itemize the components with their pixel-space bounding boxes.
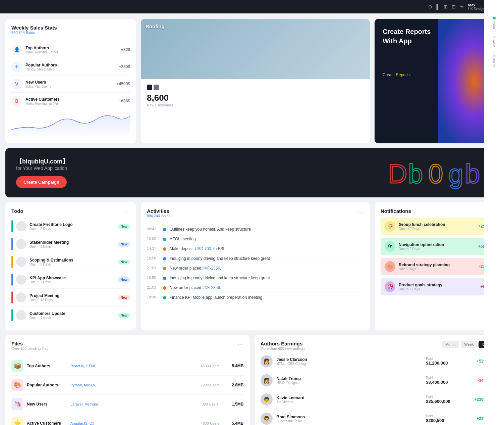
- list-item: Stakeholder Meeting Due In 3 Days New: [11, 235, 130, 253]
- search-icon[interactable]: ⊙: [428, 4, 432, 9]
- files-more-btn[interactable]: ⋯: [238, 341, 244, 348]
- item-name: Top Authors: [25, 46, 121, 50]
- signal-icon[interactable]: ▌: [436, 4, 440, 9]
- file-name: Popular Authors: [27, 383, 67, 387]
- item-info: Popular Authors Randy, Steve, Mike: [25, 63, 119, 71]
- list-item: 👩 Natali Trump UI/UX Designer Paid $3,40…: [261, 371, 493, 390]
- earn-info: Natali Trump UI/UX Designer: [277, 376, 422, 385]
- act-link[interactable]: USD 700: [195, 246, 211, 251]
- act-text: Indulging in poorly driving and keep str…: [170, 256, 364, 261]
- file-size: 5.4MB: [227, 421, 244, 425]
- act-time: 10:30: [147, 295, 160, 299]
- item-icon: V: [11, 79, 22, 89]
- activities-card: Activities 890,344 Sales ⋯ 08:42 Outline…: [141, 202, 370, 330]
- earn-info: Brad Simmons Successful Fellas: [277, 415, 422, 423]
- item-sub: Randy, Steve, Mike: [25, 67, 119, 71]
- sidebar-item-buyn[interactable]: Buy N: [493, 54, 496, 67]
- todo-bar: [11, 256, 13, 268]
- todo-info: Create FireStone Logo Due In 2 Days: [30, 222, 114, 231]
- weekly-sales-card: Weekly Sales Stats 890,344 Sales ⋯ 👤 Top…: [5, 19, 136, 143]
- earn-avatar: 👩: [261, 355, 273, 367]
- todo-due: Due In 1 week: [30, 316, 114, 320]
- brightness-icon[interactable]: ☀: [460, 4, 464, 9]
- file-icon: ⭐: [11, 417, 23, 425]
- file-name: Active Customers: [27, 421, 67, 425]
- weekly-more-btn[interactable]: ⋯: [124, 25, 130, 32]
- item-icon: ✈: [11, 61, 22, 72]
- banner-card: 【biqubiqU.com】 for Your Web Application …: [5, 148, 499, 197]
- square-icon: [147, 85, 152, 90]
- svg-text:D: D: [388, 159, 407, 189]
- grid-icon[interactable]: ⊡: [452, 4, 456, 9]
- list-item: Project Meeting Due In 12 Days New: [11, 289, 130, 306]
- act-time: 10:00: [147, 237, 160, 241]
- file-tags: ReactJs, HTML: [70, 364, 193, 368]
- reports-card: Create Reports With App Create Report ›: [375, 19, 499, 143]
- todo-bar: [11, 220, 13, 232]
- todo-info: Customers Update Due In 1 week: [30, 311, 114, 320]
- customers-icons: [147, 85, 364, 90]
- sidebar-item-geth[interactable]: Get H: [493, 36, 496, 48]
- todo-info: KPI App Showcase Due In 2 Days: [30, 276, 114, 284]
- todo-more-btn[interactable]: ⋯: [124, 208, 130, 216]
- earn-label: Paid: [426, 376, 466, 380]
- todo-name: Create FireStone Logo: [30, 222, 114, 227]
- tab-month[interactable]: Month: [442, 341, 459, 348]
- list-item: 21:03 New order placed #XF-2356.: [147, 264, 364, 273]
- weekly-chart: [11, 109, 130, 136]
- act-link[interactable]: #XF-2356: [202, 285, 220, 290]
- earn-role: Successful Fellas: [277, 419, 422, 423]
- apps-icon[interactable]: ⊞: [444, 4, 448, 9]
- list-item: 08:42 Outlines keep you honest. And keep…: [147, 225, 364, 234]
- list-item: B Active Customers Mark, Rowling, Esther…: [11, 93, 130, 109]
- item-icon: 👤: [11, 44, 22, 55]
- file-users: 7200 Users: [197, 383, 224, 387]
- tab-week[interactable]: Week: [461, 341, 478, 348]
- earn-amount: $1,200,000: [426, 361, 466, 366]
- top-row: Weekly Sales Stats 890,344 Sales ⋯ 👤 Top…: [5, 19, 499, 143]
- notif-icon: 🎨: [385, 261, 395, 272]
- list-item: Create FireStone Logo Due In 2 Days New: [11, 218, 130, 235]
- earn-paid: Paid $35,600,000: [426, 395, 466, 404]
- earnings-sub: More than 400 new authors: [261, 346, 305, 350]
- dot-icon: [163, 277, 166, 280]
- item-sub: Mark, Rowling, Esther: [25, 50, 121, 54]
- notif-info: Product goals strategy Due In 7 Days: [399, 283, 477, 291]
- notifications-title: Notifications: [381, 208, 411, 214]
- notif-icon: 🗺: [385, 241, 395, 252]
- file-tags: AngularJS, C#: [70, 421, 193, 425]
- files-sub: Over 100 pending files: [11, 346, 48, 350]
- create-campaign-button[interactable]: Create Campaign: [16, 176, 67, 188]
- file-size: 5.4MB: [227, 364, 244, 368]
- todo-due: Due In 5 Days: [30, 263, 114, 266]
- activities-list: 08:42 Outlines keep you honest. And keep…: [147, 225, 364, 302]
- list-item: Customers Update Due In 1 week New: [11, 306, 130, 324]
- file-tags: Laravel, Metronic: [70, 402, 193, 406]
- bottom-row: Files Over 100 pending files ⋯ 📦 Top Aut…: [5, 335, 499, 425]
- status-dot: [493, 54, 496, 57]
- item-value: +686$: [119, 99, 130, 103]
- main-content: Weekly Sales Stats 890,344 Sales ⋯ 👤 Top…: [0, 13, 504, 425]
- item-value: +82$: [121, 47, 130, 52]
- notif-name: Group lunch celebration: [399, 222, 475, 227]
- dot-icon: [163, 247, 166, 251]
- act-time: 16:50: [147, 256, 160, 260]
- activities-title: Activities: [147, 208, 170, 214]
- svg-text:b: b: [465, 159, 480, 189]
- create-report-link[interactable]: Create Report ›: [383, 73, 491, 77]
- todo-info: Project Meeting Due In 12 Days: [30, 293, 114, 302]
- customers-info: 8,600 New Customers: [141, 79, 370, 112]
- list-item: 16:50 Indulging in poorly driving and ke…: [147, 254, 364, 264]
- act-text: AEOL meeting: [170, 237, 364, 241]
- act-text: New order placed #XF-2356.: [170, 266, 364, 271]
- act-link[interactable]: #XF-2356: [202, 266, 220, 271]
- notifications-card: Notifications ⋯ 🍜 Group lunch celebratio…: [375, 202, 499, 330]
- activities-more-btn[interactable]: ⋯: [358, 208, 364, 216]
- list-item: 16:50 Indulging in poorly driving and ke…: [147, 273, 364, 283]
- sidebar-item-prebu[interactable]: Prebu: [493, 17, 496, 29]
- file-users: 4600 Users: [197, 421, 224, 425]
- todo-avatar: [16, 257, 26, 267]
- list-item: ✈ Popular Authors Randy, Steve, Mike +28…: [11, 58, 130, 76]
- list-item: 🍜 Group lunch celebration Due In 2 Days …: [381, 218, 493, 235]
- act-time: 08:42: [147, 227, 160, 231]
